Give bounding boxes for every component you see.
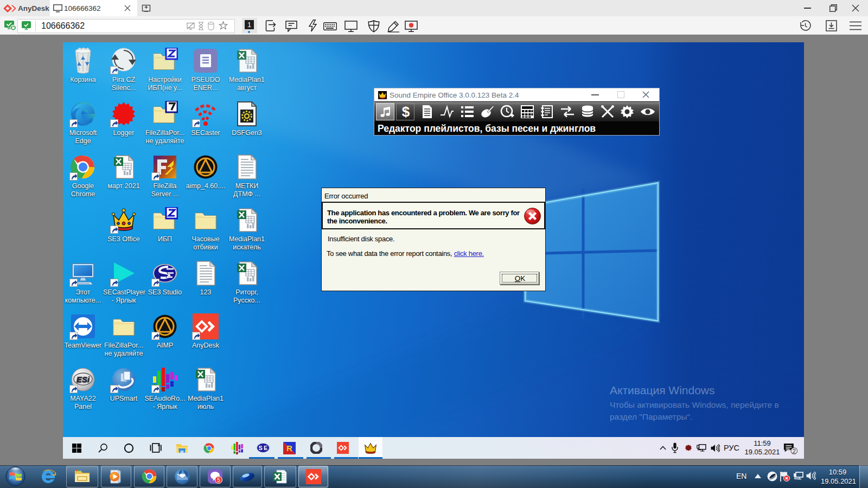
svg-text:5: 5 <box>217 477 220 483</box>
svg-text:S E: S E <box>259 445 268 451</box>
svg-text:$: $ <box>402 104 410 119</box>
svg-text:R: R <box>286 444 292 453</box>
svg-text:2: 2 <box>793 448 796 454</box>
